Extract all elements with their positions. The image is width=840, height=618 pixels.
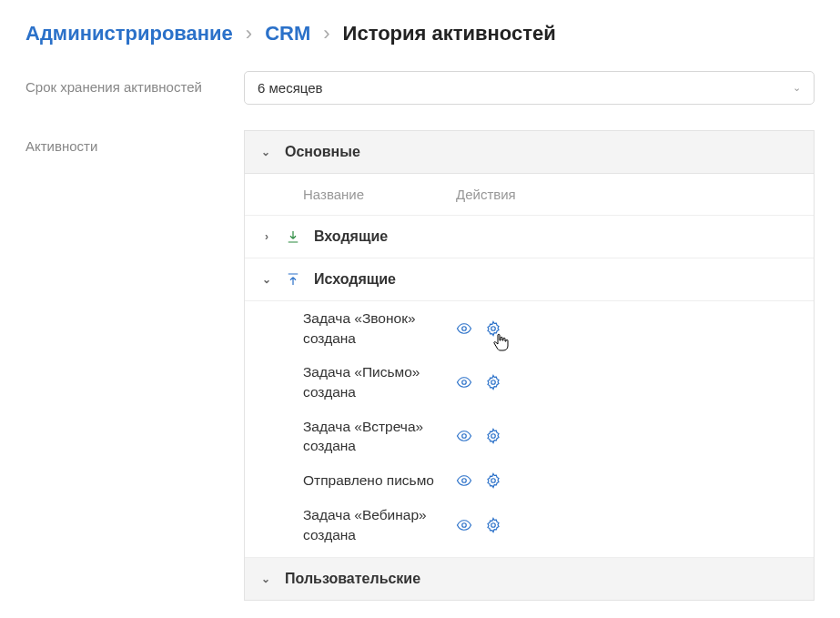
eye-icon bbox=[456, 472, 472, 489]
eye-icon bbox=[456, 517, 472, 533]
column-headers: Название Действия bbox=[245, 174, 814, 216]
activities-label: Активности bbox=[25, 130, 244, 156]
eye-icon bbox=[456, 374, 472, 390]
retention-select[interactable]: 6 месяцев ⌄ bbox=[244, 71, 815, 105]
section-main-header[interactable]: ⌄ Основные bbox=[245, 131, 814, 174]
svg-point-5 bbox=[491, 434, 496, 439]
svg-point-4 bbox=[462, 434, 467, 439]
retention-value: 6 месяцев bbox=[258, 80, 323, 96]
svg-point-9 bbox=[491, 522, 496, 527]
svg-point-7 bbox=[491, 479, 496, 483]
svg-point-6 bbox=[462, 479, 467, 483]
breadcrumb-admin[interactable]: Администрирование bbox=[25, 22, 233, 46]
breadcrumb-sep-icon: › bbox=[246, 22, 252, 46]
breadcrumb-sep-icon: › bbox=[323, 22, 329, 46]
col-actions: Действия bbox=[456, 187, 565, 202]
view-button[interactable] bbox=[456, 374, 472, 390]
view-button[interactable] bbox=[456, 428, 472, 444]
activities-panel: ⌄ Основные Название Действия › Входящие … bbox=[244, 130, 815, 601]
eye-icon bbox=[456, 428, 472, 444]
breadcrumb-crm[interactable]: CRM bbox=[265, 22, 310, 46]
gear-icon bbox=[485, 517, 501, 533]
settings-button[interactable] bbox=[485, 517, 501, 533]
chevron-down-icon: ⌄ bbox=[261, 146, 270, 158]
settings-button[interactable] bbox=[485, 374, 501, 390]
section-user-header[interactable]: ⌄ Пользовательские bbox=[245, 558, 814, 600]
section-user-title: Пользовательские bbox=[285, 571, 420, 587]
activity-item: Задача «Письмо» создана bbox=[245, 355, 814, 409]
settings-button[interactable] bbox=[485, 472, 501, 489]
view-button[interactable] bbox=[456, 472, 472, 489]
eye-icon bbox=[456, 320, 472, 337]
activity-item: Отправлено письмо bbox=[245, 463, 814, 498]
group-outgoing[interactable]: ⌄ Исходящие bbox=[245, 258, 814, 301]
group-incoming-label: Входящие bbox=[314, 228, 388, 245]
section-main-title: Основные bbox=[285, 144, 360, 160]
activity-name: Отправлено письмо bbox=[303, 471, 456, 491]
activity-name: Задача «Вебинар» создана bbox=[303, 505, 456, 544]
chevron-right-icon: › bbox=[261, 230, 272, 243]
activity-name: Задача «Письмо» создана bbox=[303, 362, 456, 401]
gear-icon bbox=[485, 374, 501, 390]
chevron-down-icon: ⌄ bbox=[261, 572, 270, 585]
download-icon bbox=[285, 228, 301, 245]
col-name: Название bbox=[303, 187, 456, 202]
breadcrumb: Администрирование › CRM › История активн… bbox=[25, 22, 815, 46]
view-button[interactable] bbox=[456, 517, 472, 533]
activity-item: Задача «Встреча» создана bbox=[245, 410, 814, 463]
view-button[interactable] bbox=[456, 320, 472, 337]
activity-name: Задача «Звонок» создана bbox=[303, 309, 456, 348]
chevron-down-icon: ⌄ bbox=[261, 273, 272, 286]
group-incoming[interactable]: › Входящие bbox=[245, 216, 814, 258]
svg-point-8 bbox=[462, 522, 467, 527]
gear-icon bbox=[485, 428, 501, 444]
breadcrumb-current: История активностей bbox=[343, 22, 556, 46]
activity-name: Задача «Встреча» создана bbox=[303, 417, 456, 456]
svg-point-2 bbox=[462, 380, 467, 385]
chevron-down-icon: ⌄ bbox=[793, 82, 801, 94]
activity-item: Задача «Вебинар» создана bbox=[245, 498, 814, 558]
settings-button[interactable] bbox=[485, 320, 501, 337]
settings-button[interactable] bbox=[485, 428, 501, 444]
upload-icon bbox=[285, 271, 301, 288]
group-outgoing-label: Исходящие bbox=[314, 271, 396, 288]
svg-point-3 bbox=[491, 380, 496, 385]
retention-label: Срок хранения активностей bbox=[25, 71, 244, 96]
svg-point-0 bbox=[462, 326, 467, 330]
gear-icon bbox=[485, 320, 501, 337]
activity-item: Задача «Звонок» создана bbox=[245, 301, 814, 355]
gear-icon bbox=[485, 472, 501, 489]
svg-point-1 bbox=[491, 326, 496, 330]
